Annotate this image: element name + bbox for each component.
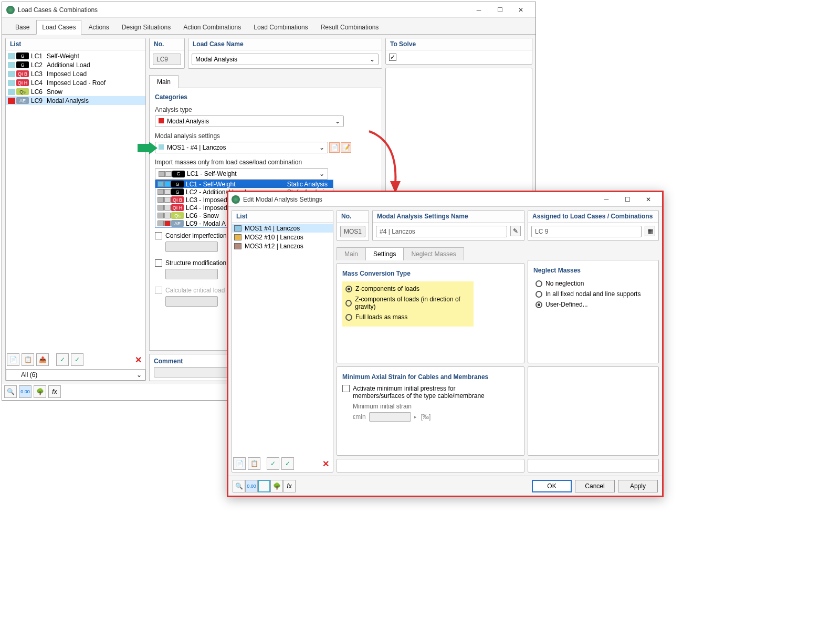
modal-list-header: List [232, 211, 333, 223]
modal-title: Edit Modal Analysis Settings [243, 196, 596, 203]
neglect-option[interactable]: No neglection [533, 278, 653, 289]
modal-fx-icon[interactable]: fx [283, 480, 296, 492]
fx-icon[interactable]: fx [48, 385, 61, 398]
inner-tab-main[interactable]: Main [149, 75, 178, 88]
modal-no-input[interactable]: MOS1 [340, 226, 365, 237]
axial-checkbox[interactable] [342, 385, 350, 392]
units-icon[interactable]: 0.00 [19, 385, 32, 398]
neglect-option[interactable]: User-Defined... [533, 299, 653, 310]
modal-uncheck-icon[interactable]: ✓ [281, 457, 294, 470]
structure-mod-check[interactable] [155, 259, 162, 267]
titlebar: Load Cases & Combinations ─ ☐ ✕ [2, 2, 536, 18]
dropdown-item[interactable]: GLC1 - Self-WeightStatic Analysis [155, 180, 333, 188]
modal-settings-list[interactable]: MOS1 #4 | LanczosMOS2 #10 | LanczosMOS3 … [232, 223, 333, 455]
neglect-header: Neglect Masses [533, 267, 653, 274]
tab-action-combinations[interactable]: Action Combinations [177, 20, 247, 34]
svg-marker-0 [138, 142, 158, 154]
minimize-button[interactable]: ─ [468, 3, 489, 17]
modal-tree-icon[interactable]: 🌳 [270, 480, 283, 492]
modal-check-icon[interactable]: ✓ [267, 457, 279, 470]
mass-option[interactable]: Full loads as mass [343, 312, 472, 322]
modal-list-item[interactable]: MOS1 #4 | Lanczos [232, 224, 333, 233]
modal-close-button[interactable]: ✕ [638, 192, 659, 207]
export-icon[interactable]: 📤 [36, 353, 49, 366]
tab-load-combinations[interactable]: Load Combinations [248, 20, 313, 34]
analysis-type-select[interactable]: Modal Analysis⌄ [155, 116, 344, 127]
modal-list-item[interactable]: MOS3 #12 | Lanczos [232, 242, 333, 250]
filter-select[interactable]: All (6) ⌄ [6, 369, 145, 381]
name-select[interactable]: Modal Analysis⌄ [192, 54, 379, 65]
tree-icon[interactable]: 🌳 [34, 385, 46, 398]
imperfection-input [165, 242, 218, 252]
modal-delete-icon[interactable]: ✕ [319, 457, 332, 470]
main-tabs: Base Load Cases Actions Design Situation… [2, 18, 536, 35]
critical-load-label: Calculate critical load | S [165, 287, 234, 294]
assigned-browse-icon[interactable]: ▦ [645, 226, 655, 236]
name-value: Modal Analysis [195, 56, 237, 63]
modal-settings-select[interactable]: MOS1 - #4 | Lanczos⌄ [155, 142, 328, 153]
modal-name-input[interactable]: #4 | Lanczos [376, 226, 507, 237]
mass-option[interactable]: Z-components of loads (in direction of g… [343, 294, 472, 312]
modal-edit-name-icon[interactable]: ✎ [510, 226, 521, 236]
modal-box-icon[interactable] [258, 480, 270, 492]
load-case-list[interactable]: GLC1Self-WeightGLC2Additional LoadQI BLC… [6, 50, 145, 351]
check-all-icon[interactable]: ✓ [56, 353, 69, 366]
axial-symbol: εmin [353, 413, 366, 421]
new-settings-icon[interactable]: 📄 [329, 142, 340, 153]
delete-icon[interactable]: ✕ [132, 353, 144, 366]
modal-new-icon[interactable]: 📄 [233, 457, 246, 470]
modal-units-icon[interactable]: 0.00 [245, 480, 258, 492]
green-arrow-annotation [138, 142, 159, 154]
copy-icon[interactable]: 📋 [22, 353, 34, 366]
solve-checkbox[interactable]: ✓ [389, 54, 396, 61]
mass-option[interactable]: Z-components of loads [343, 284, 472, 294]
modal-tab-settings[interactable]: Settings [365, 247, 404, 260]
list-item[interactable]: GLC1Self-Weight [6, 51, 145, 60]
maximize-button[interactable]: ☐ [489, 3, 510, 17]
list-item[interactable]: QsLC6Snow [6, 87, 145, 96]
ok-button[interactable]: OK [532, 480, 572, 492]
assigned-input[interactable]: LC 9 [531, 226, 642, 237]
modal-list-item[interactable]: MOS2 #10 | Lanczos [232, 233, 333, 242]
no-input[interactable]: LC9 [153, 54, 181, 65]
modal-help-icon[interactable]: 🔍 [233, 480, 245, 492]
consider-imperfection-label: Consider imperfection [165, 232, 227, 239]
tab-design-situations[interactable]: Design Situations [116, 20, 176, 34]
list-header: List [6, 38, 145, 50]
app-icon [6, 6, 15, 14]
tab-base[interactable]: Base [9, 20, 35, 34]
critical-load-input [165, 296, 218, 307]
new-icon[interactable]: 📄 [7, 353, 19, 366]
window-title: Load Cases & Combinations [18, 6, 468, 14]
analysis-type-value: Modal Analysis [167, 118, 209, 125]
modal-copy-icon[interactable]: 📋 [248, 457, 260, 470]
edit-settings-icon[interactable]: 📝 [341, 142, 351, 153]
axial-check-label: Activate minimum initial prestress for m… [353, 385, 495, 400]
name-header: Load Case Name [188, 38, 382, 50]
consider-imperfection-check[interactable] [155, 232, 162, 239]
tab-actions[interactable]: Actions [82, 20, 114, 34]
list-item[interactable]: QI HLC4Imposed Load - Roof [6, 78, 145, 87]
help-icon[interactable]: 🔍 [4, 385, 17, 398]
analysis-type-label: Analysis type [155, 106, 376, 113]
apply-button[interactable]: Apply [618, 480, 658, 492]
close-button[interactable]: ✕ [510, 3, 531, 17]
modal-tab-main[interactable]: Main [337, 247, 366, 260]
uncheck-all-icon[interactable]: ✓ [71, 353, 83, 366]
modal-minimize-button[interactable]: ─ [596, 192, 617, 207]
structure-mod-input [165, 269, 218, 279]
list-item[interactable]: GLC2Additional Load [6, 60, 145, 69]
modal-settings-label: Modal analysis settings [155, 132, 376, 140]
tab-load-cases[interactable]: Load Cases [36, 20, 81, 35]
assigned-header: Assigned to Load Cases / Combinations [528, 211, 658, 223]
modal-maximize-button[interactable]: ☐ [617, 192, 638, 207]
import-label: Import masses only from load case/load c… [155, 159, 376, 166]
import-select[interactable]: GLC1 - Self-Weight⌄ [155, 168, 328, 180]
filter-label: All (6) [21, 371, 37, 379]
tab-result-combinations[interactable]: Result Combinations [315, 20, 385, 34]
list-item[interactable]: QI BLC3Imposed Load [6, 69, 145, 78]
cancel-button[interactable]: Cancel [575, 480, 615, 492]
neglect-option[interactable]: In all fixed nodal and line supports [533, 289, 653, 299]
modal-tab-neglect[interactable]: Neglect Masses [403, 247, 464, 260]
list-item[interactable]: AELC9Modal Analysis [6, 96, 145, 105]
